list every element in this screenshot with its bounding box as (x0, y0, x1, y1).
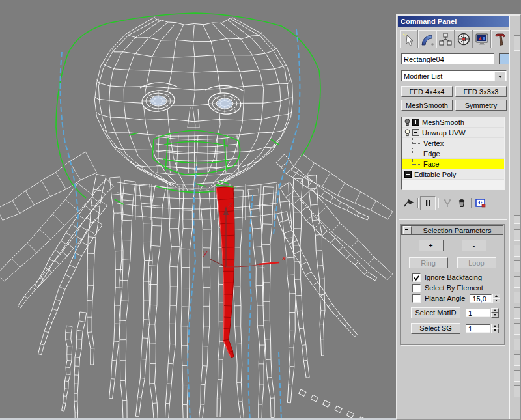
toolbar-separator (417, 198, 418, 208)
spinner-down-icon[interactable] (492, 298, 500, 303)
toolbar-separator (471, 198, 472, 208)
select-by-element-label: Select By Element (425, 284, 483, 292)
select-by-element-row: Select By Element (412, 283, 483, 292)
ignore-backfacing-checkbox[interactable] (412, 273, 421, 282)
stack-item-label: Vertex (423, 139, 444, 147)
partial-button (514, 354, 521, 366)
ignore-backfacing-row: Ignore Backfacing (412, 273, 482, 282)
partial-button (514, 245, 521, 257)
partial-rollout-header (514, 215, 521, 224)
rollout-header[interactable]: Selection Parameters (401, 225, 503, 235)
spinner-down-icon[interactable] (491, 313, 499, 318)
chevron-down-icon (498, 76, 502, 80)
stack-item-label: Face (423, 160, 439, 168)
dropdown-button[interactable] (494, 72, 505, 81)
sg-field[interactable]: 1 (466, 324, 490, 333)
modifier-list-dropdown[interactable]: Modifier List (401, 70, 507, 81)
bulb-off-icon[interactable] (402, 119, 412, 126)
ffd3x3x3-button[interactable]: FFD 3x3x3 (455, 86, 507, 97)
tab-utilities[interactable] (491, 30, 509, 48)
tab-modify[interactable] (418, 30, 436, 48)
stack-item-editable-poly[interactable]: Editable Poly (402, 169, 504, 180)
tab-motion[interactable] (455, 30, 473, 48)
remove-modifier-icon[interactable] (455, 197, 469, 210)
matid-field[interactable]: 1 (466, 309, 490, 317)
tab-hierarchy[interactable] (436, 30, 455, 48)
partial-button (514, 323, 521, 335)
stack-item-label: Editable Poly (414, 171, 456, 178)
spinner-up-icon[interactable] (492, 294, 500, 298)
stack-item-meshsmooth[interactable]: MeshSmooth (402, 117, 504, 128)
motion-wheel-icon (456, 31, 472, 47)
collapse-minus-icon[interactable] (412, 129, 419, 136)
object-name-field[interactable] (401, 53, 494, 64)
planar-angle-checkbox[interactable] (412, 294, 421, 303)
command-panel-tabs (400, 30, 509, 49)
show-end-result-icon[interactable] (420, 196, 436, 210)
rollout-title: Selection Parameters (412, 227, 503, 234)
planar-angle-row: Planar Angle 15,0 (412, 294, 500, 303)
svg-text:x: x (281, 254, 287, 262)
shrink-selection-button[interactable]: - (462, 240, 486, 251)
partial-button (514, 307, 521, 319)
sg-spinner[interactable] (491, 324, 499, 333)
modifier-list-label: Modifier List (404, 72, 442, 80)
partial-button (514, 276, 521, 288)
stack-subitem-edge[interactable]: Edge (402, 148, 504, 159)
tree-branch-icon (412, 148, 421, 154)
partial-button (514, 385, 521, 397)
select-sg-button[interactable]: Select SG (411, 323, 460, 334)
tab-create[interactable] (400, 30, 418, 48)
matid-spinner[interactable] (491, 308, 499, 318)
stack-subitem-vertex[interactable]: Vertex (402, 138, 504, 148)
stack-toolbar (401, 195, 505, 211)
expand-plus-icon[interactable] (404, 171, 412, 178)
svg-text:y: y (203, 249, 208, 257)
application-window: zyx Command Panel (0, 0, 521, 420)
stack-item-unwrap-uvw[interactable]: Unwrap UVW (402, 128, 504, 138)
display-monitor-icon (474, 31, 490, 47)
spinner-up-icon[interactable] (491, 324, 499, 328)
create-arrow-icon (401, 31, 417, 47)
partial-button (514, 229, 521, 241)
object-name-row (401, 53, 508, 64)
select-matid-button[interactable]: Select MatID (411, 307, 460, 318)
select-matid-row: Select MatID 1 (411, 308, 499, 317)
pin-stack-icon[interactable] (401, 197, 415, 210)
modify-arc-icon (419, 31, 435, 47)
tab-display[interactable] (473, 30, 491, 48)
ignore-backfacing-label: Ignore Backfacing (425, 273, 482, 281)
partial-tab (514, 35, 521, 51)
symmetry-button[interactable]: Symmetry (455, 100, 507, 111)
planar-angle-field[interactable]: 15,0 (470, 294, 492, 303)
command-panel-titlebar[interactable]: Command Panel (398, 16, 519, 27)
meshsmooth-button[interactable]: MeshSmooth (401, 100, 453, 111)
grow-shrink-row: + - (401, 240, 504, 251)
expand-plus-icon[interactable] (412, 119, 419, 126)
partial-button (514, 260, 521, 272)
configure-modifier-sets-icon[interactable] (473, 197, 488, 210)
hierarchy-icon (438, 31, 453, 47)
command-panel-second-column (509, 16, 521, 419)
make-unique-icon (440, 197, 455, 210)
tree-branch-icon (412, 159, 421, 165)
stack-subitem-face-selected[interactable]: Face (402, 159, 504, 169)
stack-item-label: Edge (423, 150, 440, 158)
selection-parameters-rollout: Selection Parameters + - Ring Loop Ignor… (400, 224, 505, 345)
select-sg-row: Select SG 1 (411, 324, 499, 333)
spinner-down-icon[interactable] (491, 328, 499, 333)
planar-angle-label: Planar Angle (425, 294, 465, 302)
bulb-on-icon[interactable] (402, 129, 412, 137)
rollout-collapse-icon[interactable] (403, 226, 412, 234)
stack-item-label: Unwrap UVW (422, 129, 466, 137)
planar-angle-spinner[interactable] (492, 294, 500, 303)
select-by-element-checkbox[interactable] (412, 284, 421, 292)
grow-selection-button[interactable]: + (419, 240, 444, 251)
command-panel-title: Command Panel (401, 18, 457, 25)
partial-button (514, 339, 521, 350)
tree-branch-icon (412, 138, 421, 144)
ring-button: Ring (409, 257, 448, 268)
ffd4x4x4-button[interactable]: FFD 4x4x4 (401, 86, 453, 97)
command-panel: Command Panel (396, 14, 521, 420)
spinner-up-icon[interactable] (491, 308, 499, 313)
